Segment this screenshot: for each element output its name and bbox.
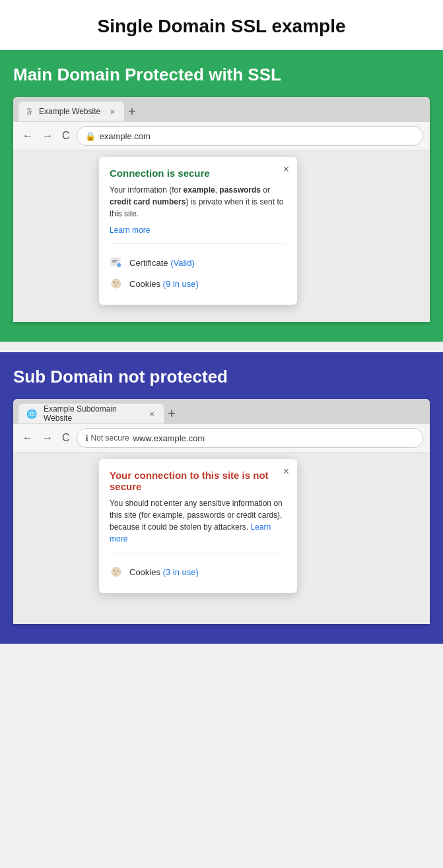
forward-button-insecure[interactable]: → (40, 431, 55, 445)
cookies-text-insecure: Cookies (3 in use) (129, 567, 199, 577)
tab-close-insecure[interactable]: × (148, 409, 156, 419)
certificate-text: Certificate (Valid) (129, 258, 195, 268)
cookies-row-secure[interactable]: Cookies (9 in use) (110, 273, 287, 294)
address-bar-insecure[interactable]: ℹ Not secure www.example.com (77, 428, 423, 448)
secure-section-heading: Main Domain Protected with SSL (13, 65, 430, 85)
insecure-section: Sub Domain not protected 🌐 Example Subdo… (0, 352, 443, 644)
svg-point-11 (115, 573, 116, 574)
reload-button-insecure[interactable]: C (59, 431, 73, 445)
cookies-text-secure: Cookies (9 in use) (129, 279, 199, 289)
address-bar-secure[interactable]: 🔒 example.com (77, 126, 423, 146)
security-popup-insecure: × Your connection to this site is not se… (99, 459, 297, 593)
browser-tabs-insecure: 🌐 Example Subdomain Website × + (13, 399, 430, 424)
new-tab-button-insecure[interactable]: + (164, 407, 180, 420)
forward-button-secure[interactable]: → (40, 129, 55, 143)
svg-point-9 (114, 570, 115, 571)
info-icon: ℹ (85, 433, 88, 443)
url-text-insecure: www.example.com (133, 433, 205, 443)
insecure-section-heading: Sub Domain not protected (13, 367, 430, 387)
reload-button-secure[interactable]: C (59, 129, 73, 143)
browser-mock-secure: 𝔉 Example Website × + ← → C 🔒 example.co… (13, 97, 430, 322)
browser-tabs-secure: 𝔉 Example Website × + (13, 97, 430, 122)
tab-label-insecure: Example Subdomain Website (44, 404, 145, 423)
svg-point-4 (112, 279, 121, 288)
back-button-insecure[interactable]: ← (20, 431, 36, 445)
tab-close-secure[interactable]: × (108, 107, 116, 117)
browser-content-insecure: × Your connection to this site is not se… (13, 452, 430, 624)
cookies-icon-secure (110, 277, 123, 290)
browser-tab-insecure[interactable]: 🌐 Example Subdomain Website × (18, 404, 164, 423)
popup-title-secure: Connection is secure (110, 168, 287, 179)
tab-favicon-insecure: 🌐 (26, 409, 37, 419)
browser-content-secure: × Connection is secure Your information … (13, 150, 430, 322)
back-button-secure[interactable]: ← (20, 129, 36, 143)
svg-rect-2 (112, 262, 116, 263)
certificate-icon (110, 256, 123, 269)
tab-favicon-secure: 𝔉 (26, 106, 32, 117)
browser-mock-insecure: 🌐 Example Subdomain Website × + ← → C ℹ … (13, 399, 430, 624)
certificate-row[interactable]: Certificate (Valid) (110, 252, 287, 273)
cookies-icon-insecure (110, 565, 123, 578)
popup-description-secure: Your information (for example, passwords… (110, 184, 287, 220)
not-secure-badge: ℹ Not secure (85, 433, 129, 443)
learn-more-link-secure[interactable]: Learn more (110, 226, 150, 235)
learn-more-link-insecure[interactable]: Learn more (110, 522, 271, 543)
not-secure-label: Not secure (91, 433, 129, 443)
browser-tab-secure[interactable]: 𝔉 Example Website × (18, 102, 124, 121)
popup-close-secure[interactable]: × (283, 164, 289, 175)
svg-point-6 (117, 282, 118, 284)
new-tab-button-secure[interactable]: + (124, 105, 140, 118)
security-popup-secure: × Connection is secure Your information … (99, 157, 297, 305)
browser-nav-insecure: ← → C ℹ Not secure www.example.com (13, 424, 430, 452)
cookies-row-insecure[interactable]: Cookies (3 in use) (110, 561, 287, 582)
secure-section: Main Domain Protected with SSL 𝔉 Example… (0, 50, 443, 342)
svg-rect-1 (112, 260, 118, 261)
page-title: Single Domain SSL example (0, 0, 443, 50)
lock-icon-secure: 🔒 (85, 131, 96, 141)
popup-title-insecure: Your connection to this site is not secu… (110, 470, 287, 492)
tab-label-secure: Example Website (39, 107, 105, 116)
url-text-secure: example.com (100, 131, 151, 141)
svg-point-7 (115, 285, 116, 286)
svg-point-5 (114, 282, 115, 283)
svg-point-8 (112, 567, 121, 576)
popup-description-insecure: You should not enter any sensitive infor… (110, 497, 287, 545)
svg-point-10 (117, 571, 118, 572)
popup-close-insecure[interactable]: × (283, 466, 289, 478)
browser-nav-secure: ← → C 🔒 example.com (13, 122, 430, 150)
